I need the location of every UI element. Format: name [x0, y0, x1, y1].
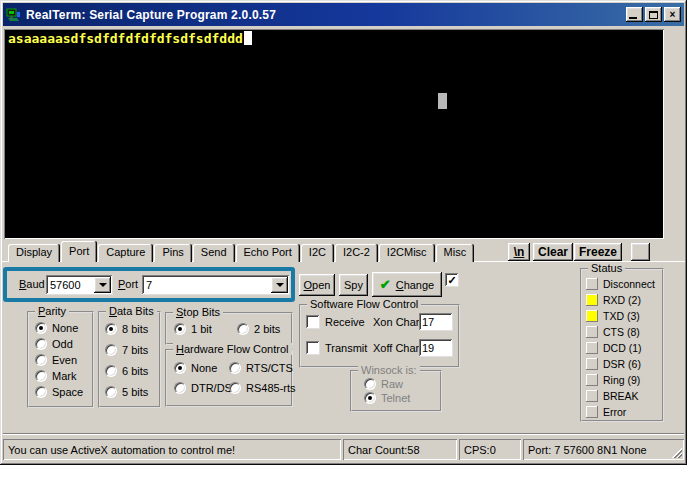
minimize-button[interactable] — [626, 7, 643, 22]
terminal-display[interactable]: asaaaaasdfsdfdfdfdfdfsdfsdfddd — [4, 29, 664, 239]
stop-bits-group-title: Stop Bits — [173, 306, 223, 318]
tab-i2c-2[interactable]: I2C-2 — [335, 244, 378, 262]
cps-text: CPS:0 — [464, 444, 496, 456]
winsock-telnet-radio[interactable]: Telnet — [364, 392, 410, 404]
winsock-raw-radio[interactable]: Raw — [364, 378, 403, 390]
radio-icon — [105, 323, 117, 335]
maximize-icon — [649, 11, 658, 19]
radio-icon — [364, 378, 376, 390]
data-bits-6-radio[interactable]: 6 bits — [105, 365, 148, 377]
radio-icon — [174, 323, 186, 335]
hw-flow-rs485-radio[interactable]: RS485-rts — [229, 382, 296, 394]
status-ring: Ring (9) — [586, 374, 640, 386]
port-combobox[interactable]: 7 — [142, 275, 290, 295]
data-bits-8-radio[interactable]: 8 bits — [105, 323, 148, 335]
terminal-text-line: asaaaaasdfsdfdfdfdfdfsdfsdfddd — [8, 31, 252, 46]
tab-pins[interactable]: Pins — [154, 244, 191, 262]
data-bits-7-radio[interactable]: 7 bits — [105, 344, 148, 356]
status-cts: CTS (8) — [586, 326, 640, 338]
statusbar-port-info: Port: 7 57600 8N1 None — [523, 439, 684, 460]
resize-grip[interactable] — [669, 445, 682, 458]
winsock-group: Winsock is: Raw Telnet — [350, 370, 442, 412]
software-flow-group: Software Flow Control Receive Xon Char: … — [299, 304, 460, 368]
port-label: Port — [118, 278, 138, 290]
radio-icon — [174, 362, 186, 374]
receive-checkbox[interactable] — [306, 315, 320, 329]
port-value: 7 — [142, 279, 271, 291]
tab-i2c[interactable]: I2C — [301, 244, 334, 262]
newline-label: \n — [514, 245, 525, 259]
receive-label: Receive — [325, 316, 365, 328]
statusbar-message-text: You can use ActiveX automation to contro… — [8, 444, 235, 456]
maximize-button[interactable] — [645, 7, 662, 22]
status-bar: You can use ActiveX automation to contro… — [3, 437, 684, 462]
tab-capture[interactable]: Capture — [98, 244, 153, 262]
transmit-label: Transmit — [325, 342, 367, 354]
radio-icon — [229, 382, 241, 394]
xon-char-input[interactable] — [419, 313, 453, 331]
statusbar-message: You can use ActiveX automation to contro… — [3, 439, 341, 460]
statusbar-cps: CPS:0 — [459, 439, 521, 460]
parity-mark-radio[interactable]: Mark — [35, 370, 76, 382]
radio-icon — [35, 386, 47, 398]
radio-icon — [35, 354, 47, 366]
terminal-text: asaaaaasdfsdfdfdfdfdfsdfsdfddd — [8, 31, 243, 46]
software-flow-group-title: Software Flow Control — [307, 298, 421, 310]
led-icon — [586, 374, 598, 386]
status-group-title: Status — [588, 262, 625, 274]
port-info-text: Port: 7 57600 8N1 None — [528, 444, 647, 456]
parity-none-radio[interactable]: None — [35, 322, 78, 334]
led-icon — [586, 278, 598, 290]
status-rxd: RXD (2) — [586, 294, 641, 306]
baud-combobox[interactable]: 57600 — [46, 275, 113, 295]
radio-icon — [105, 344, 117, 356]
parity-space-radio[interactable]: Space — [35, 386, 83, 398]
app-icon — [6, 7, 22, 23]
tab-misc[interactable]: Misc — [436, 244, 475, 262]
clear-button[interactable]: Clear — [533, 243, 573, 261]
stop-bits-2-radio[interactable]: 2 bits — [237, 323, 280, 335]
led-icon — [586, 358, 598, 370]
freeze-button[interactable]: Freeze — [574, 243, 622, 261]
change-button[interactable]: ✔ Change — [372, 272, 442, 297]
tab-port[interactable]: Port — [61, 241, 97, 262]
tab-i2cmisc[interactable]: I2CMisc — [379, 244, 435, 262]
led-icon — [586, 342, 598, 354]
port-dropdown-button[interactable] — [271, 277, 288, 293]
open-button[interactable]: Open — [299, 274, 335, 296]
hw-flow-rtscts-radio[interactable]: RTS/CTS — [229, 362, 293, 374]
tab-send[interactable]: Send — [193, 244, 235, 262]
parity-even-radio[interactable]: Even — [35, 354, 77, 366]
tab-echo-port[interactable]: Echo Port — [236, 244, 300, 262]
parity-group-title: Parity — [35, 305, 69, 317]
newline-button[interactable]: \n — [508, 243, 530, 261]
led-icon — [586, 406, 598, 418]
data-bits-5-radio[interactable]: 5 bits — [105, 386, 148, 398]
parity-group: Parity None Odd Even Mark Space — [27, 311, 94, 408]
screenshot-root: RealTerm: Serial Capture Program 2.0.0.5… — [0, 0, 689, 487]
radio-icon — [105, 386, 117, 398]
transmit-checkbox[interactable] — [306, 341, 320, 355]
winsock-group-title: Winsock is: — [358, 364, 420, 376]
status-disconnect: Disconnect — [586, 278, 655, 290]
radio-icon — [229, 362, 241, 374]
blank-button[interactable] — [631, 243, 650, 261]
status-dsr: DSR (6) — [586, 358, 641, 370]
tab-display[interactable]: Display — [8, 244, 60, 262]
change-checkbox[interactable]: ✓ — [445, 273, 459, 287]
xoff-char-input[interactable] — [419, 339, 453, 357]
spy-button[interactable]: Spy — [339, 274, 368, 296]
led-icon — [586, 390, 598, 402]
change-label: Change — [396, 279, 435, 291]
hw-flow-none-radio[interactable]: None — [174, 362, 217, 374]
baud-label: Baud — [19, 278, 45, 290]
clear-label: Clear — [538, 245, 568, 259]
stop-bits-1-radio[interactable]: 1 bit — [174, 323, 212, 335]
parity-odd-radio[interactable]: Odd — [35, 338, 73, 350]
chevron-down-icon — [99, 283, 107, 287]
baud-dropdown-button[interactable] — [94, 277, 111, 293]
terminal-cursor — [244, 31, 252, 45]
radio-icon — [35, 322, 47, 334]
hardware-flow-group: Hardware Flow Control None RTS/CTS DTR/D… — [165, 349, 293, 407]
close-button[interactable]: × — [664, 7, 681, 22]
